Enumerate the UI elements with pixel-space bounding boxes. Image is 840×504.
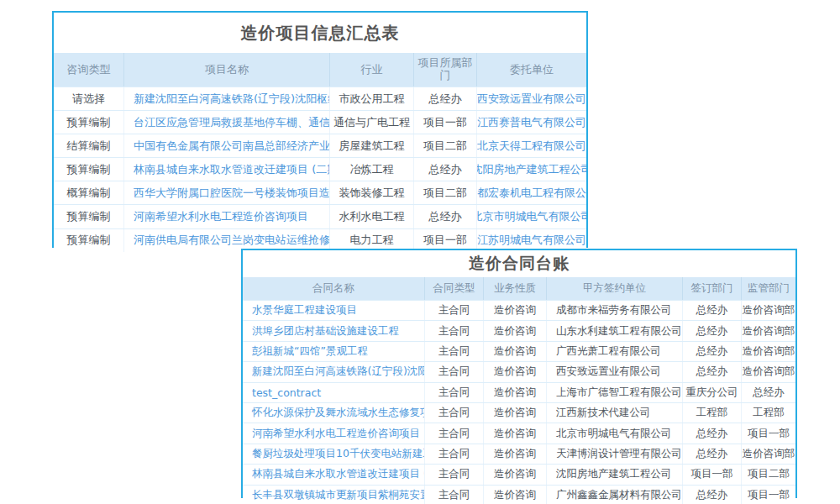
cell-party-a-unit: 西安致远置业有限公司 [546, 362, 682, 381]
cell-client-unit-link[interactable]: 西安致远置业有限公司 [476, 87, 586, 110]
cell-project-name-link[interactable]: 新建沈阳至白河高速铁路(辽宁段)沈阳枢纽改建工程 [123, 87, 329, 110]
column-header-supervising-department: 监管部门 [741, 277, 795, 300]
cell-department: 总经办 [413, 205, 476, 228]
table-row: 洪埠乡团店村基础设施建设工程主合同造价咨询山东水利建筑工程有限公司总经办造价咨询… [243, 320, 795, 340]
column-header-contract-type: 合同类型 [424, 277, 483, 300]
cell-contract-name-link[interactable]: 洪埠乡团店村基础设施建设工程 [243, 321, 424, 340]
cell-contract-name-link[interactable]: test_contract [243, 383, 424, 402]
table-row: 餐厨垃圾处理项目10千伏变电站新建工程主合同造价咨询天津博润设计管理有限公司总经… [243, 444, 795, 464]
cell-signing-department: 总经办 [682, 321, 741, 340]
cell-party-a-unit: 上海市广德智工程有限公司 [546, 383, 682, 402]
table-row: 请选择新建沈阳至白河高速铁路(辽宁段)沈阳枢纽改建工程市政公用工程总经办西安致远… [54, 87, 586, 110]
column-header-industry: 行业 [329, 53, 413, 87]
table-row: 结算编制中国有色金属有限公司南昌总部经济产业园项目二期房屋建筑工程项目二部北京天… [54, 134, 586, 157]
column-header-project-name: 项目名称 [123, 53, 329, 87]
cell-project-name-link[interactable]: 西华大学附属口腔医院一号楼装饰项目造价咨询 [123, 181, 329, 204]
table-row: 长丰县双墩镇城市更新项目紫桐苑安置点主合同造价咨询广州鑫鑫金属材料有限公司总经办… [243, 485, 795, 504]
summary-table-body: 请选择新建沈阳至白河高速铁路(辽宁段)沈阳枢纽改建工程市政公用工程总经办西安致远… [54, 87, 586, 252]
cell-contract-name-link[interactable]: 新建沈阳至白河高速铁路(辽宁段)沈阳枢纽改建工程 [243, 362, 424, 381]
cell-industry: 装饰装修工程 [329, 181, 413, 204]
column-header-contract-name: 合同名称 [243, 277, 424, 300]
cell-industry: 水利水电工程 [329, 205, 413, 228]
cell-contract-type: 主合同 [424, 403, 483, 423]
cell-signing-department: 总经办 [682, 362, 741, 381]
cell-supervising-department: 造价咨询部 [741, 444, 795, 464]
cell-department: 项目二部 [413, 134, 476, 157]
cell-contract-name-link[interactable]: 河南希望水利水电工程造价咨询项目 [243, 423, 424, 443]
cell-industry: 市政公用工程 [329, 87, 413, 110]
cell-party-a-unit: 沈阳房地产建筑工程公司 [546, 465, 682, 484]
cell-business-nature: 造价咨询 [483, 465, 546, 484]
cell-supervising-department: 工程部 [741, 403, 795, 423]
cell-contract-name-link[interactable]: 水景华庭工程建设项目 [243, 301, 424, 320]
cell-supervising-department: 造价咨询部 [741, 321, 795, 340]
cell-project-name-link[interactable]: 林南县城自来水取水管道改迁建项目 (二期) [123, 158, 329, 181]
cell-contract-name-link[interactable]: 怀化水源保护及舞水流域水生态修复项目合同 [243, 403, 424, 423]
cell-industry: 通信与广电工程 [329, 111, 413, 134]
cell-department: 项目二部 [413, 181, 476, 204]
cell-contract-name-link[interactable]: 林南县城自来水取水管道改迁建项目 (二期) [243, 465, 424, 484]
column-header-consult-type: 咨询类型 [54, 53, 123, 87]
table-row: 水景华庭工程建设项目主合同造价咨询成都市来福劳务有限公司总经办造价咨询部 [243, 300, 795, 320]
cell-business-nature: 造价咨询 [483, 321, 546, 340]
cell-consult-type: 请选择 [54, 87, 123, 110]
cost-project-summary-table: 造价项目信息汇总表 咨询类型项目名称行业项目所属部门委托单位 请选择新建沈阳至白… [52, 11, 588, 248]
cell-consult-type: 预算编制 [54, 229, 123, 252]
cell-project-name-link[interactable]: 河南希望水利水电工程造价咨询项目 [123, 205, 329, 228]
cell-project-name-link[interactable]: 台江区应急管理局救援基地停车棚、通信项目 [123, 111, 329, 134]
cell-client-unit-link[interactable]: 成都宏泰机电工程有限公司 [476, 181, 586, 204]
column-header-signing-department: 签订部门 [682, 277, 741, 300]
cell-contract-type: 主合同 [424, 342, 483, 361]
cell-consult-type: 预算编制 [54, 111, 123, 134]
column-header-party-a-unit: 甲方签约单位 [546, 277, 682, 300]
cell-supervising-department: 项目二部 [741, 465, 795, 484]
cell-contract-name-link[interactable]: 餐厨垃圾处理项目10千伏变电站新建工程 [243, 444, 424, 464]
cell-signing-department: 总经办 [682, 342, 741, 361]
cell-contract-type: 主合同 [424, 301, 483, 320]
summary-table-header-row: 咨询类型项目名称行业项目所属部门委托单位 [54, 53, 586, 87]
cell-party-a-unit: 山东水利建筑工程有限公司 [546, 321, 682, 340]
cell-client-unit-link[interactable]: 北京市明城电气有限公司 [476, 205, 586, 228]
cell-business-nature: 造价咨询 [483, 403, 546, 423]
cell-signing-department: 总经办 [682, 444, 741, 464]
cell-industry: 房屋建筑工程 [329, 134, 413, 157]
cell-contract-type: 主合同 [424, 423, 483, 443]
table-row: 预算编制台江区应急管理局救援基地停车棚、通信项目通信与广电工程项目一部江西赛普电… [54, 110, 586, 134]
cell-party-a-unit: 广西光萧工程有限公司 [546, 342, 682, 361]
cell-business-nature: 造价咨询 [483, 362, 546, 381]
cell-supervising-department: 项目一部 [741, 423, 795, 443]
cell-contract-type: 主合同 [424, 444, 483, 464]
cell-supervising-department: 造价咨询部 [741, 301, 795, 320]
cell-department: 项目一部 [413, 111, 476, 134]
table-row: 彭祖新城“四馆”景观工程主合同造价咨询广西光萧工程有限公司总经办造价咨询部 [243, 341, 795, 361]
column-header-business-nature: 业务性质 [483, 277, 546, 300]
table-row: 河南希望水利水电工程造价咨询项目主合同造价咨询北京市明城电气有限公司总经办项目一… [243, 423, 795, 443]
cell-business-nature: 造价咨询 [483, 486, 546, 504]
table-row: 新建沈阳至白河高速铁路(辽宁段)沈阳枢纽改建工程主合同造价咨询西安致远置业有限公… [243, 361, 795, 381]
cell-supervising-department: 项目一部 [741, 486, 795, 504]
column-header-department: 项目所属部门 [413, 53, 476, 87]
cell-supervising-department: 总经办 [741, 383, 795, 402]
cell-signing-department: 工程部 [682, 403, 741, 423]
cell-business-nature: 造价咨询 [483, 423, 546, 443]
cell-signing-department: 总经办 [682, 423, 741, 443]
cell-client-unit-link[interactable]: 沈阳房地产建筑工程公司 [476, 158, 586, 181]
cell-consult-type: 预算编制 [54, 205, 123, 228]
cell-contract-type: 主合同 [424, 486, 483, 504]
cell-project-name-link[interactable]: 中国有色金属有限公司南昌总部经济产业园项目二期 [123, 134, 329, 157]
cell-contract-name-link[interactable]: 长丰县双墩镇城市更新项目紫桐苑安置点 [243, 486, 424, 504]
cell-consult-type: 结算编制 [54, 134, 123, 157]
cell-contract-type: 主合同 [424, 383, 483, 402]
table-row: 林南县城自来水取水管道改迁建项目 (二期)主合同造价咨询沈阳房地产建筑工程公司项… [243, 464, 795, 484]
cell-business-nature: 造价咨询 [483, 301, 546, 320]
cell-client-unit-link[interactable]: 江西赛普电气有限公司 [476, 111, 586, 134]
cell-contract-type: 主合同 [424, 321, 483, 340]
cell-contract-type: 主合同 [424, 465, 483, 484]
table-row: 概算编制西华大学附属口腔医院一号楼装饰项目造价咨询装饰装修工程项目二部成都宏泰机… [54, 181, 586, 204]
cell-department: 总经办 [413, 158, 476, 181]
cell-client-unit-link[interactable]: 北京天得工程有限公司 [476, 134, 586, 157]
cell-contract-name-link[interactable]: 彭祖新城“四馆”景观工程 [243, 342, 424, 361]
column-header-client-unit: 委托单位 [476, 53, 586, 87]
cell-party-a-unit: 北京市明城电气有限公司 [546, 423, 682, 443]
cell-supervising-department: 造价咨询部 [741, 342, 795, 361]
